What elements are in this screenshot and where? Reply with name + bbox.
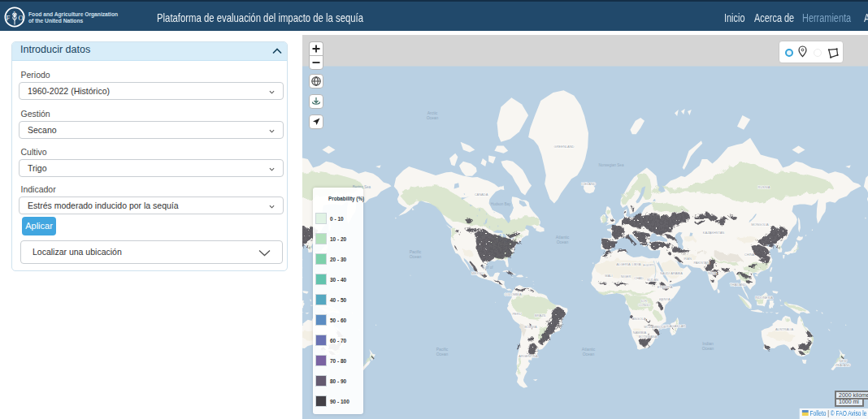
svg-text:ZEALAND: ZEALAND: [835, 363, 851, 367]
svg-text:KENYA: KENYA: [659, 297, 671, 301]
svg-text:RUSSIA: RUSSIA: [758, 185, 770, 189]
svg-text:PAKISTAN: PAKISTAN: [693, 261, 709, 265]
svg-text:ALGERIA: ALGERIA: [616, 262, 631, 266]
svg-text:INDIA: INDIA: [708, 271, 717, 275]
svg-text:IRAN: IRAN: [684, 257, 692, 261]
svg-text:CONGO: CONGO: [638, 303, 650, 307]
svg-text:Ocean: Ocean: [427, 115, 439, 120]
svg-text:BRAZIL: BRAZIL: [535, 313, 547, 317]
svg-text:CHINA: CHINA: [744, 253, 755, 257]
svg-text:NIGER: NIGER: [621, 274, 631, 279]
svg-text:Ocean: Ocean: [410, 254, 422, 259]
svg-text:Norwegian Sea: Norwegian Sea: [599, 163, 624, 167]
svg-text:INDONESIA: INDONESIA: [755, 296, 773, 300]
svg-text:LIBYA: LIBYA: [631, 262, 640, 266]
svg-text:SUDAN: SUDAN: [647, 278, 658, 282]
svg-text:PERU: PERU: [512, 312, 521, 316]
svg-text:ETHIOPIA: ETHIOPIA: [658, 285, 673, 289]
svg-text:F: F: [7, 14, 11, 22]
svg-text:GREENLAND: GREENLAND: [554, 145, 575, 149]
svg-text:Ocean: Ocean: [436, 352, 449, 356]
svg-text:Ocean: Ocean: [583, 352, 595, 356]
svg-text:O: O: [19, 14, 24, 22]
svg-text:THAILAND: THAILAND: [730, 283, 746, 287]
svg-text:AUSTRALIA: AUSTRALIA: [775, 327, 794, 331]
svg-text:ICELAND: ICELAND: [581, 182, 595, 186]
svg-text:ARGENTINA: ARGENTINA: [519, 354, 538, 358]
svg-text:MONGOLIA: MONGOLIA: [751, 222, 769, 227]
svg-text:BOLIVIA: BOLIVIA: [524, 325, 537, 329]
svg-text:BOTSWANA: BOTSWANA: [639, 335, 658, 339]
svg-text:Ocean: Ocean: [557, 240, 569, 244]
svg-text:EGYPT: EGYPT: [643, 263, 654, 267]
svg-text:Hudson Bay: Hudson Bay: [491, 202, 511, 206]
svg-text:MOZAMBIQUE: MOZAMBIQUE: [644, 325, 666, 329]
svg-text:MALI: MALI: [605, 274, 612, 278]
svg-text:CHAD: CHAD: [634, 276, 643, 280]
svg-text:Gulf of: Gulf of: [482, 266, 493, 270]
svg-text:ANGOLA: ANGOLA: [632, 317, 646, 321]
svg-text:COLOMBIA: COLOMBIA: [504, 292, 521, 296]
svg-text:CANADA: CANADA: [475, 192, 488, 197]
svg-text:MEXICO: MEXICO: [471, 271, 484, 275]
svg-text:SAUDI ARABIA: SAUDI ARABIA: [660, 271, 683, 275]
svg-text:KAZAKHSTAN: KAZAKHSTAN: [703, 231, 724, 235]
svg-text:Ocean: Ocean: [702, 346, 714, 351]
